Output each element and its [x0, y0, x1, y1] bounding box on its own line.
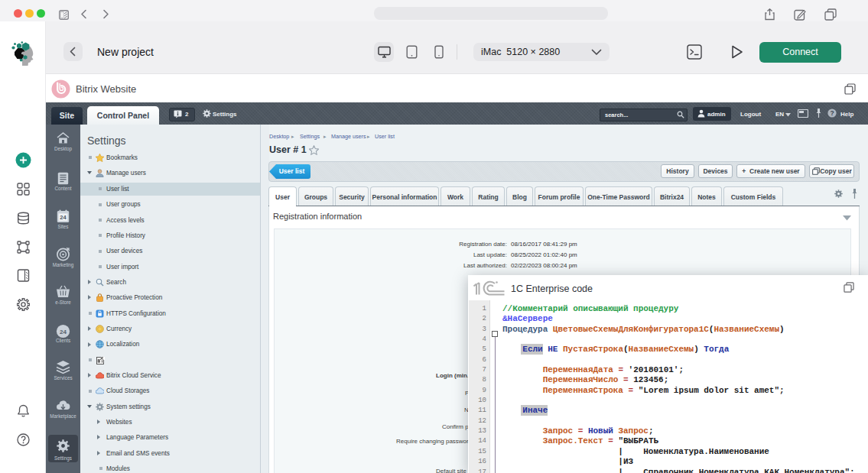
svg-text:24: 24	[60, 214, 67, 221]
svg-text:24: 24	[60, 329, 67, 335]
svg-text:?: ?	[830, 109, 834, 117]
